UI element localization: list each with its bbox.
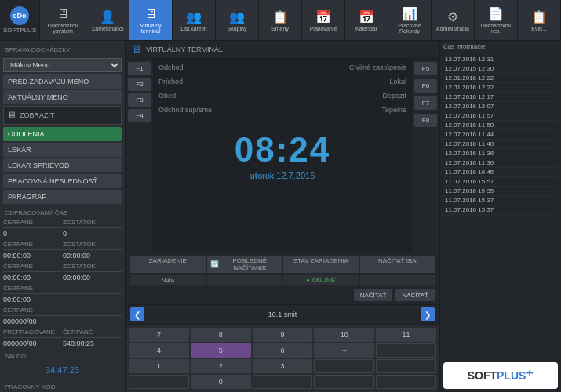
time-list-item: 11.07.2016 15:35 [442, 187, 559, 196]
time-list-item: 12.07.2016 11:50 [442, 121, 559, 130]
nacitat-btn[interactable]: NAČÍTAŤ [354, 289, 393, 301]
numpad-empty7 [376, 375, 436, 389]
info-block-1: ČERPANÉ 0 ZOSTATOK 0 [3, 219, 122, 238]
paragraf-btn[interactable]: PARAGRAF [3, 190, 122, 204]
f1-btn[interactable]: F1 [128, 62, 151, 75]
numpad-4[interactable]: 4 [129, 343, 189, 358]
nav-item-dochadzkarep[interactable]: 📄 Dochádzkovrep. [475, 0, 518, 40]
nav-item-administracia[interactable]: ⚙ Administrácia [432, 0, 475, 40]
menu-select[interactable]: Mäkuv.Menu [3, 58, 122, 72]
numpad-0[interactable]: 0 [191, 375, 251, 389]
numpad-empty6 [314, 375, 374, 389]
softplus-plus-text: PLUS [497, 369, 526, 382]
obed-label: Obed [158, 92, 212, 100]
time-list-item: 12.07.2015 12:30 [442, 64, 559, 74]
time-list-item: 12.07.2016 11:30 [442, 158, 559, 168]
brand-text: SOFTPLUS [3, 27, 36, 34]
f8-btn[interactable]: F8 [414, 114, 437, 127]
virtual-icon: 🖥 [144, 7, 157, 21]
nav-item-skupiny[interactable]: 👥 Skupiny [216, 0, 259, 40]
virtual-terminal-header: 🖥 VIRTUÁLNY TERMINÁL [126, 41, 439, 59]
info-block-2: ČERPANÉ 00:00:00 ZOSTATOK 00:00:00 [3, 241, 122, 260]
f2-btn[interactable]: F2 [128, 78, 151, 91]
odolenia-btn[interactable]: ODOLENIA [3, 127, 122, 141]
numpad-empty3 [376, 359, 436, 373]
softplus-superscript: ⁺ [526, 367, 534, 384]
numpad-3[interactable]: 3 [253, 359, 313, 373]
zobrazit-label: ZOBRAZIT [20, 111, 55, 119]
planovanie-icon: 📅 [315, 9, 331, 24]
nacitat2-btn[interactable]: NAČÍTAŤ [395, 289, 435, 301]
lekar-sprievod-btn[interactable]: LEKÁR SPRIEVOD [3, 158, 122, 172]
terminal-bottom: ZARIADENIE 🔄 POSLEDNÉ NAČÍTANIE STAV ZAR… [126, 252, 439, 304]
nav-item-kalendar[interactable]: 📅 Kalendár [345, 0, 388, 40]
left-panel-header: SPRÁVA DOCHÁDZKY [3, 44, 122, 56]
numpad-empty5 [253, 375, 313, 389]
aktualny-meno-btn[interactable]: AKTUÁLNY MENO [3, 90, 122, 104]
left-panel: SPRÁVA DOCHÁDZKY Mäkuv.Menu PRED ZADÁVAJ… [0, 41, 126, 392]
numpad-1[interactable]: 1 [129, 359, 189, 373]
pred-zadavaju-btn[interactable]: PRED ZADÁVAJÚ MENO [3, 74, 122, 89]
numpad-title: 10.1 smit [268, 310, 297, 318]
time-list-item: 12.07.2016 11:40 [442, 140, 559, 149]
f3-btn[interactable]: F3 [128, 93, 151, 107]
numpad-10[interactable]: 10 [314, 328, 374, 342]
prichod-label: Príchod [158, 78, 212, 85]
listkarelin-icon: 👥 [186, 9, 202, 24]
display-icon: 🖥 [7, 110, 16, 121]
numpad-2[interactable]: 2 [191, 359, 251, 373]
f5-btn[interactable]: F5 [414, 62, 437, 75]
nav-item-listkarelin[interactable]: 👥 Lišt.karelin [173, 0, 216, 40]
clock-display: 08:24 [235, 130, 331, 169]
clock-date: utorok 12.7.2016 [250, 171, 315, 180]
numpad-7[interactable]: 7 [129, 328, 189, 342]
numpad-9[interactable]: 9 [253, 328, 313, 342]
f7-btn[interactable]: F7 [414, 96, 437, 110]
f6-btn[interactable]: F6 [414, 79, 437, 93]
tt-header-nacitat: NAČÍTAŤ IBA [360, 256, 435, 273]
time-list-item: 12.07.2016 12:07 [442, 102, 559, 111]
refresh-icon: 🔄 [210, 260, 219, 268]
nav-item-smeny[interactable]: 📋 Smeny [259, 0, 302, 40]
nav-item-pracovne[interactable]: 📊 PracovnéRekordy [388, 0, 432, 40]
info-block-prepracovane: PREPRACOVANÉ 000000/00 ČERPANÉ 548:00:25 [3, 328, 122, 347]
time-list-item: 12.07.2016 12:31 [442, 55, 559, 64]
zamestnanci-icon: 👤 [100, 9, 115, 24]
time-list-item: 12.01.2016 12:22 [442, 74, 559, 83]
f4-btn[interactable]: F4 [128, 109, 151, 122]
numpad-empty2 [314, 359, 374, 373]
tepelne-label: Tepelné [349, 106, 406, 114]
time-list-item: 11.07.2016 15:57 [442, 177, 559, 187]
tt-header-posledne: 🔄 POSLEDNÉ NAČÍTANIE [207, 256, 282, 273]
time-list-item: 11.07.2016 15:37 [442, 196, 559, 205]
lekar-btn[interactable]: LEKÁR [3, 143, 122, 157]
softplus-text: SOFT [468, 369, 497, 382]
salary-value: 34:47.23 [3, 362, 122, 378]
info-block-3: ČERPANÉ 00:00:00 ZOSTATOK 00:00:00 [3, 263, 122, 281]
numpad-5[interactable]: 5 [191, 343, 251, 358]
info-block-5: ČERPANÉ 000000/00 [3, 307, 122, 325]
numpad-6[interactable]: 6 [253, 343, 313, 358]
top-nav: eDo SOFTPLUS 🖥 Dochádzkov ysystém 👤 Zame… [0, 0, 561, 41]
nav-item-virtual[interactable]: 🖥 Virtuálny terminal [129, 0, 173, 40]
time-list-item: 11.07.2016 15:37 [442, 205, 559, 215]
nav-item-planovanie[interactable]: 📅 Plánovanie [302, 0, 345, 40]
time-list-item: 12.07.2016 11:44 [442, 130, 559, 140]
nav-item-zamestnanci[interactable]: 👤 Zamestnanci [86, 0, 129, 40]
fkeys-left-col: F1 F2 F3 F4 [126, 59, 154, 252]
pracovna-neslednost-btn[interactable]: PRACOVNÁ NESLEDNOSŤ [3, 174, 122, 188]
numpad-section: ❮ 10.1 smit ❯ 7 8 9 10 11 4 5 6 → 1 2 3 [126, 304, 439, 392]
nav-item-evid[interactable]: 📋 Evid... [518, 0, 561, 40]
middle-panel: 🖥 VIRTUÁLNY TERMINÁL F1 F2 F3 F4 Odchod … [126, 41, 439, 392]
nav-item-dochadzka[interactable]: 🖥 Dochádzkov ysystém [40, 0, 86, 40]
numpad-11[interactable]: 11 [376, 328, 436, 342]
numpad-arrow[interactable]: → [314, 343, 374, 358]
odchod-label: Odchod [158, 64, 212, 71]
numpad-8[interactable]: 8 [191, 328, 251, 342]
dochadzkarep-icon: 📄 [488, 6, 504, 21]
evid-icon: 📋 [531, 9, 547, 24]
numpad-next-btn[interactable]: ❯ [421, 307, 435, 321]
saldo-label: SALDO [3, 350, 122, 362]
softplus-logo-container: SOFT PLUS ⁺ [443, 362, 558, 389]
numpad-prev-btn[interactable]: ❮ [130, 307, 144, 321]
